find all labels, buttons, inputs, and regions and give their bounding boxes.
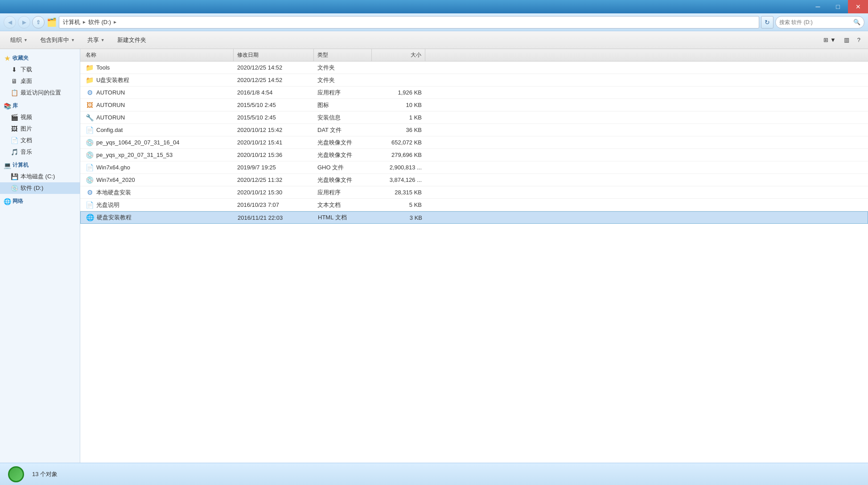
- search-icon[interactable]: 🔍: [853, 19, 860, 25]
- sidebar-item-video[interactable]: 🎬 视频: [0, 111, 80, 123]
- preview-pane-button[interactable]: ▥: [841, 33, 852, 47]
- file-type-cell: HTML 文档: [314, 214, 372, 222]
- sidebar-header-library[interactable]: 📚 库: [0, 100, 80, 111]
- file-date-cell: 2016/1/8 4:54: [234, 89, 314, 96]
- table-row[interactable]: 🔧 AUTORUN 2015/5/10 2:45 安装信息 1 KB: [80, 111, 868, 124]
- share-button[interactable]: 共享 ▼: [82, 33, 111, 47]
- sidebar-header-computer[interactable]: 💻 计算机: [0, 160, 80, 171]
- table-row[interactable]: 📁 U盘安装教程 2020/12/25 14:52 文件夹: [80, 74, 868, 86]
- file-size-cell: 3,874,126 ...: [372, 177, 425, 183]
- search-input[interactable]: [779, 19, 852, 25]
- table-row[interactable]: ⚙ 本地硬盘安装 2020/10/12 15:30 应用程序 28,315 KB: [80, 186, 868, 199]
- sidebar-item-images[interactable]: 🖼 图片: [0, 123, 80, 135]
- sidebar-music-label: 音乐: [21, 148, 32, 156]
- file-icon: 📄: [86, 164, 94, 172]
- downloads-icon: ⬇: [11, 66, 18, 73]
- sidebar-item-recent[interactable]: 📋 最近访问的位置: [0, 87, 80, 99]
- table-row[interactable]: 🌐 硬盘安装教程 2016/11/21 22:03 HTML 文档 3 KB: [80, 211, 868, 224]
- breadcrumb-computer[interactable]: 计算机: [63, 18, 80, 26]
- file-icon: 🖼: [86, 101, 94, 109]
- new-folder-label: 新建文件夹: [117, 36, 146, 44]
- video-icon: 🎬: [11, 114, 18, 121]
- sidebar-item-downloads[interactable]: ⬇ 下载: [0, 64, 80, 75]
- sidebar-item-software-d[interactable]: 💿 软件 (D:): [0, 182, 80, 194]
- new-folder-button[interactable]: 新建文件夹: [111, 33, 152, 47]
- file-date-cell: 2019/9/7 19:25: [234, 164, 314, 171]
- table-row[interactable]: 🖼 AUTORUN 2015/5/10 2:45 图标 10 KB: [80, 99, 868, 111]
- sidebar-item-docs[interactable]: 📄 文档: [0, 135, 80, 146]
- sidebar-item-music[interactable]: 🎵 音乐: [0, 146, 80, 158]
- table-row[interactable]: 💿 Win7x64_2020 2020/12/25 11:32 光盘映像文件 3…: [80, 174, 868, 186]
- file-type-cell: 应用程序: [314, 89, 372, 97]
- file-size-cell: 652,072 KB: [372, 139, 425, 146]
- file-name-cell: 🖼 AUTORUN: [82, 101, 234, 109]
- file-size-cell: 2,900,813 ...: [372, 164, 425, 171]
- refresh-button[interactable]: ↻: [761, 16, 773, 29]
- sidebar-header-favorites[interactable]: ★ 收藏夹: [0, 53, 80, 64]
- close-button[interactable]: ✕: [848, 0, 868, 13]
- file-name: Config.dat: [96, 127, 123, 133]
- organize-dropdown-icon: ▼: [24, 38, 28, 42]
- file-type-cell: DAT 文件: [314, 126, 372, 134]
- col-header-name[interactable]: 名称: [82, 49, 234, 62]
- file-date-cell: 2020/12/25 11:32: [234, 177, 314, 183]
- organize-label: 组织: [10, 36, 22, 44]
- help-button[interactable]: ?: [854, 33, 864, 47]
- sidebar-header-network[interactable]: 🌐 网络: [0, 196, 80, 207]
- table-row[interactable]: 📄 光盘说明 2016/10/23 7:07 文本文档 5 KB: [80, 199, 868, 211]
- file-name: 光盘说明: [96, 201, 119, 209]
- sidebar-software-d-label: 软件 (D:): [21, 184, 43, 192]
- explorer-icon: 🗂️: [46, 17, 57, 28]
- file-name-cell: 📄 Win7x64.gho: [82, 164, 234, 172]
- table-row[interactable]: 📄 Win7x64.gho 2019/9/7 19:25 GHO 文件 2,90…: [80, 161, 868, 174]
- back-button[interactable]: ◀: [4, 16, 16, 29]
- view-toggle-button[interactable]: ⊞ ▼: [820, 33, 839, 47]
- file-size-cell: 36 KB: [372, 127, 425, 133]
- file-name-cell: ⚙ 本地硬盘安装: [82, 189, 234, 197]
- col-header-type[interactable]: 类型: [314, 49, 372, 62]
- sidebar-network-label: 网络: [12, 197, 23, 205]
- minimize-button[interactable]: ─: [808, 0, 828, 13]
- sidebar: ★ 收藏夹 ⬇ 下载 🖥 桌面 📋 最近访问的位置 📚 库 �: [0, 49, 80, 463]
- sidebar-downloads-label: 下载: [21, 66, 32, 74]
- table-row[interactable]: ⚙ AUTORUN 2016/1/8 4:54 应用程序 1,926 KB: [80, 86, 868, 99]
- file-icon: 📄: [86, 126, 94, 134]
- table-row[interactable]: 📄 Config.dat 2020/10/12 15:42 DAT 文件 36 …: [80, 124, 868, 136]
- maximize-button[interactable]: □: [828, 0, 848, 13]
- file-date-cell: 2020/12/25 14:52: [234, 64, 314, 71]
- col-header-size[interactable]: 大小: [372, 49, 425, 62]
- file-date-cell: 2020/10/12 15:30: [234, 189, 314, 196]
- breadcrumb-drive[interactable]: 软件 (D:): [88, 18, 111, 26]
- file-size-cell: 5 KB: [372, 201, 425, 208]
- file-type-cell: GHO 文件: [314, 164, 372, 172]
- sidebar-item-desktop[interactable]: 🖥 桌面: [0, 75, 80, 87]
- file-size-cell: 1 KB: [372, 114, 425, 121]
- file-size-cell: 28,315 KB: [372, 189, 425, 196]
- breadcrumb-arrow-1: ►: [82, 20, 86, 25]
- sidebar-section-network: 🌐 网络: [0, 196, 80, 207]
- sidebar-library-label: 库: [12, 102, 18, 110]
- organize-button[interactable]: 组织 ▼: [4, 33, 33, 47]
- include-library-label: 包含到库中: [40, 36, 69, 44]
- software-d-icon: 💿: [11, 185, 18, 192]
- table-row[interactable]: 💿 pe_yqs_xp_20_07_31_15_53 2020/10/12 15…: [80, 149, 868, 161]
- table-row[interactable]: 📁 Tools 2020/12/25 14:52 文件夹: [80, 62, 868, 74]
- file-name: 硬盘安装教程: [97, 214, 132, 222]
- file-list-header: 名称 修改日期 类型 大小: [80, 49, 868, 62]
- file-size-cell: 279,696 KB: [372, 152, 425, 158]
- file-icon: ⚙: [86, 89, 94, 97]
- file-type-cell: 安装信息: [314, 114, 372, 122]
- file-date-cell: 2016/10/23 7:07: [234, 201, 314, 208]
- share-label: 共享: [87, 36, 99, 44]
- forward-button[interactable]: ▶: [18, 16, 30, 29]
- file-type-cell: 图标: [314, 101, 372, 109]
- file-date-cell: 2016/11/21 22:03: [234, 214, 314, 221]
- sidebar-item-local-c[interactable]: 💾 本地磁盘 (C:): [0, 171, 80, 182]
- up-button[interactable]: ⇧: [32, 16, 45, 29]
- file-name-cell: 💿 Win7x64_2020: [82, 176, 234, 184]
- table-row[interactable]: 💿 pe_yqs_1064_20_07_31_16_04 2020/10/12 …: [80, 136, 868, 149]
- include-library-button[interactable]: 包含到库中 ▼: [34, 33, 81, 47]
- file-name: pe_yqs_1064_20_07_31_16_04: [96, 139, 180, 146]
- file-name: AUTORUN: [96, 102, 125, 108]
- col-header-date[interactable]: 修改日期: [234, 49, 314, 62]
